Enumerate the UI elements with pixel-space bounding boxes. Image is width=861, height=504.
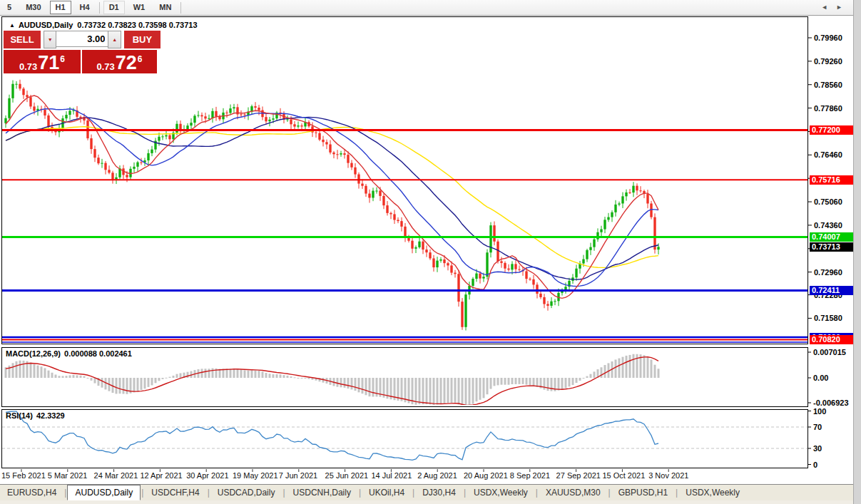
date-label: 30 Apr 2021 bbox=[186, 471, 228, 480]
price-level-label: 0.73713 bbox=[810, 242, 853, 252]
price-level-label: 0.70820 bbox=[810, 335, 853, 344]
chart-tab-usdcnh-daily[interactable]: USDCNH,Daily bbox=[286, 485, 358, 500]
rsi-title: RSI(14) bbox=[6, 411, 33, 420]
tab-separator: | bbox=[141, 488, 143, 498]
macd-header: MACD(12,26,9)0.000088 0.002461 bbox=[6, 349, 132, 358]
rsi-panel[interactable] bbox=[1, 409, 808, 468]
buy-price-prefix: 0.73 bbox=[96, 61, 114, 72]
macd-values: 0.000088 0.002461 bbox=[64, 349, 132, 358]
buy-price-sup: 6 bbox=[138, 50, 143, 68]
date-label: 15 Oct 2021 bbox=[602, 471, 645, 480]
sell-button[interactable]: SELL bbox=[4, 31, 41, 48]
tf-button-MN[interactable]: MN bbox=[153, 1, 177, 14]
date-label: 8 Sep 2021 bbox=[510, 471, 550, 480]
buy-price-big: 72 bbox=[116, 54, 137, 72]
volume-decrease-button[interactable]: ▼ bbox=[44, 31, 56, 48]
rsi-value: 42.3329 bbox=[36, 411, 65, 420]
rsi-axis-label: 30 bbox=[813, 444, 822, 453]
buy-price-display[interactable]: 0.73 72 6 bbox=[82, 50, 157, 73]
date-label: 24 Mar 2021 bbox=[94, 471, 138, 480]
tf-button-H4[interactable]: H4 bbox=[74, 1, 96, 14]
sell-price-sup: 6 bbox=[60, 50, 65, 68]
tab-separator: | bbox=[608, 488, 611, 498]
collapse-icon[interactable]: ▲ bbox=[9, 22, 15, 29]
date-label: 3 Nov 2021 bbox=[648, 471, 688, 480]
date-label: 7 Jun 2021 bbox=[279, 471, 317, 480]
rsi-header: RSI(14)42.3329 bbox=[6, 411, 65, 420]
chart-tab-xauusd-m30[interactable]: XAUUSD,M30 bbox=[539, 485, 608, 500]
chart-tab-usdchf-h4[interactable]: USDCHF,H4 bbox=[144, 485, 206, 500]
chart-header: ▲AUDUSD,Daily0.73732 0.73823 0.73598 0.7… bbox=[9, 21, 198, 29]
y-axis-tick-label: 0.72960 bbox=[814, 268, 842, 277]
chart-tab-eurusd-h4[interactable]: EURUSD,H4 bbox=[0, 485, 63, 500]
volume-increase-button[interactable]: ▲ bbox=[108, 31, 121, 48]
macd-axis-label: -0.006923 bbox=[813, 398, 849, 407]
date-label: 19 May 2021 bbox=[233, 471, 278, 480]
chart-tab-gbpusd-h1[interactable]: GBPUSD,H1 bbox=[611, 485, 675, 500]
chart-tab-dj30-h4[interactable]: DJ30,H4 bbox=[415, 485, 463, 500]
date-label: 27 Sep 2021 bbox=[556, 471, 601, 480]
rsi-axis-label: 0 bbox=[813, 461, 817, 469]
rsi-axis-label: 70 bbox=[813, 423, 822, 431]
date-label: 5 Mar 2021 bbox=[48, 471, 88, 480]
y-axis-tick-label: 0.79960 bbox=[814, 34, 842, 42]
y-axis-tick-label: 0.78560 bbox=[814, 81, 842, 89]
y-axis-tick-label: 0.75060 bbox=[814, 197, 842, 206]
chart-tab-bar: EURUSD,H4|AUDUSD,Daily|USDCHF,H4|USDCAD,… bbox=[0, 484, 853, 500]
date-label: 25 Jun 2021 bbox=[325, 471, 369, 480]
macd-axis-label: 0.00 bbox=[813, 374, 828, 382]
date-label: 15 Feb 2021 bbox=[1, 471, 46, 480]
y-axis-tick-label: 0.79260 bbox=[814, 57, 842, 66]
price-level-label: 0.72411 bbox=[810, 286, 853, 295]
y-axis-tick-label: 0.71580 bbox=[814, 314, 842, 322]
date-axis: 15 Feb 20215 Mar 202124 Mar 202112 Apr 2… bbox=[0, 470, 808, 481]
date-label: 12 Apr 2021 bbox=[140, 471, 182, 480]
sell-price-big: 71 bbox=[38, 54, 59, 72]
tab-separator: | bbox=[412, 488, 414, 498]
tab-separator: | bbox=[64, 488, 66, 498]
y-axis-tick-label: 0.77860 bbox=[814, 104, 842, 113]
rsi-axis-label: 100 bbox=[813, 407, 826, 416]
sell-price-display[interactable]: 0.73 71 6 bbox=[4, 50, 81, 73]
one-click-trading-widget: SELL ▼ ▲ BUY 0.73 71 6 0.73 72 6 bbox=[4, 31, 161, 72]
chart-tab-usdcad-daily[interactable]: USDCAD,Daily bbox=[210, 485, 282, 500]
y-axis-tick-label: 0.76460 bbox=[814, 150, 842, 159]
tab-separator: | bbox=[359, 488, 361, 498]
chart-tab-audusd-daily[interactable]: AUDUSD,Daily bbox=[67, 485, 141, 500]
tf-button-D1[interactable]: D1 bbox=[103, 1, 125, 14]
date-label: 2 Aug 2021 bbox=[417, 471, 457, 480]
tab-separator: | bbox=[464, 488, 466, 498]
chart-tab-ukoil-h4[interactable]: UKOil,H4 bbox=[362, 485, 412, 500]
price-level-label: 0.74007 bbox=[810, 232, 853, 242]
toolbar-separator bbox=[180, 2, 181, 14]
buy-button[interactable]: BUY bbox=[124, 31, 161, 48]
macd-title: MACD(12,26,9) bbox=[6, 349, 61, 358]
date-label: 20 Aug 2021 bbox=[464, 471, 508, 480]
chart-tab-usdx-weekly[interactable]: USDX,Weekly bbox=[467, 485, 535, 500]
right-gutter bbox=[853, 0, 861, 504]
chart-symbol-label: AUDUSD,Daily bbox=[19, 21, 73, 29]
timeframe-toolbar: 5M30H1H4D1W1MN bbox=[0, 0, 853, 16]
tab-separator: | bbox=[676, 488, 678, 498]
tab-separator: | bbox=[536, 488, 538, 498]
macd-axis-label: 0.007015 bbox=[813, 348, 846, 356]
tf-button-M30[interactable]: M30 bbox=[20, 1, 46, 14]
volume-input[interactable] bbox=[56, 31, 108, 47]
tab-separator: | bbox=[208, 488, 210, 498]
tf-button-W1[interactable]: W1 bbox=[128, 1, 151, 14]
toolbar-separator bbox=[99, 2, 100, 14]
tab-scroll-arrows[interactable]: ◄► bbox=[821, 4, 851, 11]
tf-button-5[interactable]: 5 bbox=[1, 1, 17, 14]
tab-separator: | bbox=[282, 488, 285, 498]
chart-ohlc-values: 0.73732 0.73823 0.73598 0.73713 bbox=[77, 21, 197, 29]
tf-button-H1[interactable]: H1 bbox=[50, 1, 71, 14]
sell-price-prefix: 0.73 bbox=[19, 61, 37, 72]
y-axis-tick-label: 0.74360 bbox=[814, 221, 842, 230]
price-level-label: 0.77200 bbox=[810, 125, 853, 135]
date-label: 14 Jul 2021 bbox=[371, 471, 412, 480]
price-level-label: 0.75716 bbox=[810, 175, 853, 185]
chart-tab-usdx-weekly[interactable]: USDX,Weekly bbox=[678, 485, 747, 500]
